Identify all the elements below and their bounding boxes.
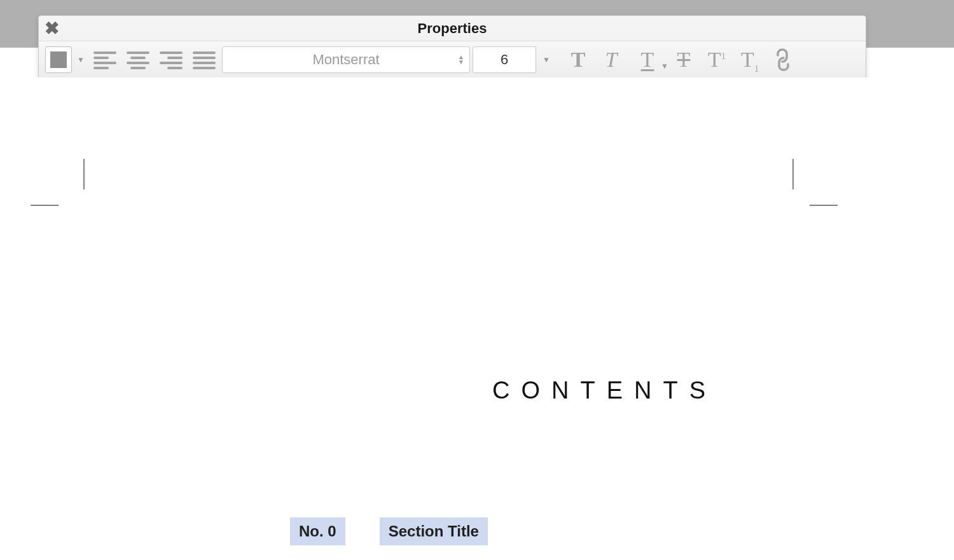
align-left-button[interactable] — [90, 46, 120, 74]
selected-field-number[interactable]: No. 0 — [290, 517, 345, 545]
align-justify-icon — [193, 50, 216, 69]
superscript-button[interactable]: T1 — [702, 46, 732, 74]
strikethrough-button[interactable]: T — [668, 46, 699, 74]
text-properties-toolbar: ▼ — [39, 41, 866, 78]
crop-mark-top-left-vertical — [83, 159, 85, 189]
bold-icon: T — [571, 48, 586, 72]
align-center-button[interactable] — [123, 46, 153, 74]
selected-text-group: No. 0 Section Title — [290, 517, 488, 545]
document-heading-contents[interactable]: CONTENTS — [492, 377, 717, 404]
window-title: Properties — [39, 20, 866, 37]
align-justify-button[interactable] — [189, 46, 219, 74]
align-left-icon — [93, 50, 116, 69]
link-icon — [768, 44, 798, 74]
subscript-icon: T1 — [741, 48, 759, 72]
font-size-input[interactable]: 6 — [473, 46, 536, 73]
crop-mark-top-left-horizontal — [31, 205, 59, 206]
close-window-button[interactable]: ✖ — [43, 20, 60, 38]
stepper-icon: ▲▼ — [457, 55, 466, 65]
align-right-icon — [160, 50, 183, 69]
chevron-down-icon: ▼ — [661, 62, 668, 71]
font-family-select[interactable]: Montserrat ▲▼ — [222, 46, 470, 73]
swatch-color-icon — [50, 51, 67, 68]
close-icon: ✖ — [45, 20, 59, 38]
align-right-button[interactable] — [156, 46, 186, 74]
font-size-value: 6 — [501, 51, 508, 68]
text-color-swatch[interactable] — [45, 46, 72, 73]
properties-window: ✖ Properties ▼ — [38, 15, 866, 78]
bold-button[interactable]: T — [563, 46, 593, 74]
underline-icon: T — [641, 48, 654, 72]
font-size-dropdown[interactable]: ▼ — [539, 46, 554, 73]
document-canvas[interactable]: CONTENTS No. 0 Section Title — [0, 78, 954, 560]
window-titlebar: ✖ Properties — [39, 16, 866, 41]
font-family-value: Montserrat — [312, 51, 379, 68]
align-center-icon — [127, 50, 149, 69]
strikethrough-icon: T — [677, 48, 691, 72]
superscript-icon: T1 — [708, 48, 726, 72]
selected-field-section-title[interactable]: Section Title — [380, 517, 488, 545]
subscript-button[interactable]: T1 — [735, 46, 765, 74]
italic-button[interactable]: T — [596, 46, 626, 74]
text-color-dropdown[interactable]: ▼ — [74, 46, 87, 74]
crop-mark-top-right-horizontal — [810, 205, 838, 206]
crop-mark-top-right-vertical — [792, 159, 794, 189]
underline-dropdown-button[interactable]: T ▼ — [629, 46, 666, 74]
italic-icon: T — [605, 48, 618, 72]
insert-link-button[interactable] — [768, 46, 798, 74]
